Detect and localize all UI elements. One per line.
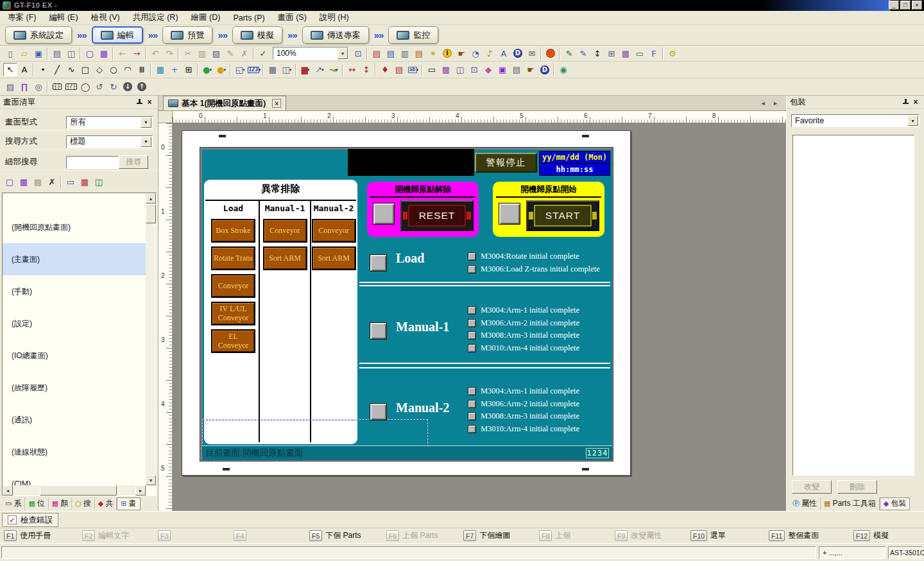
scroll-up-icon[interactable]: ▲ bbox=[146, 193, 156, 203]
screen-list-item[interactable]: (手動) bbox=[3, 275, 146, 307]
chevron-down-icon[interactable]: ▾ bbox=[259, 67, 261, 73]
device-list-button[interactable]: ▤ bbox=[384, 47, 398, 60]
delete-button[interactable]: 刪除 bbox=[837, 480, 877, 494]
preview-screen-button[interactable]: ▭ bbox=[64, 175, 78, 189]
screen-hierarchy-button[interactable]: ◫ bbox=[92, 175, 106, 189]
switch-part-button[interactable]: ●▾ bbox=[200, 63, 214, 76]
hand-cursor-part-button[interactable]: ☛ bbox=[524, 63, 538, 76]
release-lamp[interactable] bbox=[373, 203, 395, 225]
hmi-indicator-lamp[interactable] bbox=[468, 412, 476, 420]
menu-draw[interactable]: 繪圖 (D) bbox=[185, 10, 227, 25]
table-editor-button[interactable]: ⊞ bbox=[604, 47, 619, 60]
mail-button[interactable]: ✉ bbox=[525, 47, 539, 60]
package-list-box[interactable] bbox=[792, 135, 914, 476]
chevron-down-icon[interactable]: ▾ bbox=[243, 67, 245, 73]
hmi-indicator-lamp[interactable] bbox=[468, 400, 476, 408]
scroll-left-icon[interactable]: ◄ bbox=[3, 485, 13, 496]
trend-graph-part-button[interactable]: ↝▾ bbox=[327, 63, 341, 76]
scrollbar-thumb[interactable] bbox=[40, 485, 117, 496]
workflow-transfer-project-button[interactable]: 傳送專案 bbox=[302, 26, 369, 44]
hmi-section-lamp[interactable] bbox=[370, 322, 387, 340]
image-part-button[interactable]: ▦ bbox=[153, 63, 167, 76]
select-tool-button[interactable]: ↖ bbox=[3, 63, 17, 76]
hmi-indicator-lamp[interactable] bbox=[468, 344, 476, 352]
abnormal-button[interactable]: Sort ARM bbox=[312, 246, 356, 270]
chevron-down-icon[interactable]: ▾ bbox=[307, 67, 310, 73]
menu-edit[interactable]: 編輯 (E) bbox=[42, 10, 84, 25]
hmi-indicator-lamp[interactable] bbox=[468, 331, 476, 340]
dot-tool-button[interactable]: • bbox=[36, 63, 50, 76]
left-tab-5[interactable]: ⊞畫 bbox=[117, 497, 140, 510]
screen-gate-button[interactable]: ∏ bbox=[17, 80, 31, 94]
left-tab-1[interactable]: ▦位 bbox=[25, 497, 48, 510]
chevron-down-icon[interactable]: ▾ bbox=[321, 67, 324, 73]
right-tab-1[interactable]: ▦Parts 工具箱 bbox=[821, 497, 880, 510]
chevron-down-icon[interactable]: ▼ bbox=[141, 137, 151, 147]
globe-part-button[interactable]: ◉ bbox=[556, 63, 570, 76]
fkey-F10[interactable]: F10選單 bbox=[690, 530, 726, 541]
fit-screen-button[interactable]: ⊡ bbox=[351, 47, 365, 60]
menu-screen[interactable]: 畫面 (S) bbox=[271, 10, 313, 25]
maximize-button[interactable]: □ bbox=[900, 1, 911, 10]
abnormal-button[interactable]: Box Stroke bbox=[211, 219, 255, 243]
pin-icon[interactable] bbox=[134, 98, 144, 107]
open-folder-button[interactable]: ▱ bbox=[17, 47, 31, 60]
start-lamp[interactable] bbox=[499, 203, 520, 225]
script-editor-button[interactable]: ✎ bbox=[576, 47, 590, 60]
hmi-indicator-lamp[interactable] bbox=[468, 265, 476, 273]
menu-parts[interactable]: Parts (P) bbox=[227, 12, 271, 24]
d-script-button[interactable]: D bbox=[511, 47, 525, 60]
font-window-button[interactable]: F bbox=[647, 47, 661, 60]
memo-pad-button[interactable]: ✎ bbox=[562, 47, 576, 60]
bar-graph-part-button[interactable]: ▆▾ bbox=[298, 63, 312, 76]
fkey-F1[interactable]: F1使用手冊 bbox=[4, 530, 51, 541]
line-graph-part-button[interactable]: ↗▾ bbox=[312, 63, 327, 76]
minimize-button[interactable]: _ bbox=[889, 1, 899, 10]
pin-parts-button[interactable]: ↕ bbox=[590, 47, 604, 60]
scale-tool-button[interactable]: Ⅲ bbox=[135, 63, 149, 76]
device-tag-button[interactable]: ◎ bbox=[31, 80, 46, 94]
close-button[interactable]: × bbox=[912, 1, 922, 10]
menu-view[interactable]: 檢視 (V) bbox=[85, 10, 126, 25]
menu-help[interactable]: 說明 (H) bbox=[313, 10, 355, 25]
save-button[interactable]: ▣ bbox=[31, 47, 46, 60]
search-button[interactable]: 搜尋 bbox=[119, 155, 148, 169]
screen-list-item[interactable]: (開機回原點畫面) bbox=[3, 211, 146, 243]
polyline-tool-button[interactable]: ∿ bbox=[64, 63, 78, 76]
workflow-preview-button[interactable]: 預覽 bbox=[162, 26, 212, 44]
block-up-button[interactable]: ↑ bbox=[135, 80, 149, 94]
table-part-button[interactable]: ⊞ bbox=[182, 63, 196, 76]
hmi-section-lamp[interactable] bbox=[370, 254, 387, 272]
sound-button[interactable]: ♪ bbox=[483, 47, 497, 60]
chevron-down-icon[interactable]: ▼ bbox=[907, 116, 918, 126]
polygon-tool-button[interactable]: ◇ bbox=[92, 63, 107, 76]
report-button[interactable]: ▤ bbox=[412, 47, 426, 60]
fkey-F11[interactable]: F11整個畫面 bbox=[769, 530, 819, 541]
hmi-screen-frame[interactable]: 警報停止 yy/mm/dd (Mon) hh:mm:ss 異常排除 LoadBo… bbox=[200, 147, 613, 462]
video-display-button[interactable]: ▭ bbox=[633, 47, 647, 60]
hmi-indicator-lamp[interactable] bbox=[468, 387, 476, 395]
text-tool-button[interactable]: A bbox=[17, 63, 31, 76]
fkey-F4[interactable]: F4 bbox=[234, 530, 250, 541]
workflow-system-settings-button[interactable]: 系統設定 bbox=[5, 26, 72, 44]
tab-close-icon[interactable]: × bbox=[272, 99, 281, 108]
option-tool-button[interactable]: ⚙ bbox=[665, 47, 680, 60]
print-preview-button[interactable]: ◫ bbox=[64, 47, 78, 60]
new-file-button[interactable]: ▯ bbox=[3, 47, 17, 60]
arc-tool-button[interactable]: ◠ bbox=[121, 63, 135, 76]
reset-button[interactable]: RESET bbox=[400, 200, 474, 231]
new-screen-button[interactable]: ▢ bbox=[83, 47, 97, 60]
fkey-F3[interactable]: F3 bbox=[158, 530, 174, 541]
screen-list-item[interactable]: (通訊) bbox=[3, 404, 146, 436]
check-all-button[interactable]: ✓ bbox=[256, 47, 270, 60]
parts-film-button[interactable]: ▤ bbox=[3, 80, 17, 94]
right-tab-2[interactable]: ◆包裝 bbox=[880, 497, 910, 510]
left-tab-4[interactable]: ◆共 bbox=[95, 497, 117, 510]
line-tool-button[interactable]: ╱ bbox=[50, 63, 64, 76]
screen-property-button[interactable]: ▦ bbox=[78, 175, 92, 189]
favorite-dropdown[interactable]: Favorite ▼ bbox=[791, 114, 920, 127]
lamp-part-button[interactable]: ●▾ bbox=[214, 63, 228, 76]
panel-close-icon[interactable]: × bbox=[144, 98, 155, 107]
abnormal-button[interactable]: IV L/UL Conveyor bbox=[211, 302, 255, 325]
pin-icon[interactable] bbox=[900, 98, 911, 107]
